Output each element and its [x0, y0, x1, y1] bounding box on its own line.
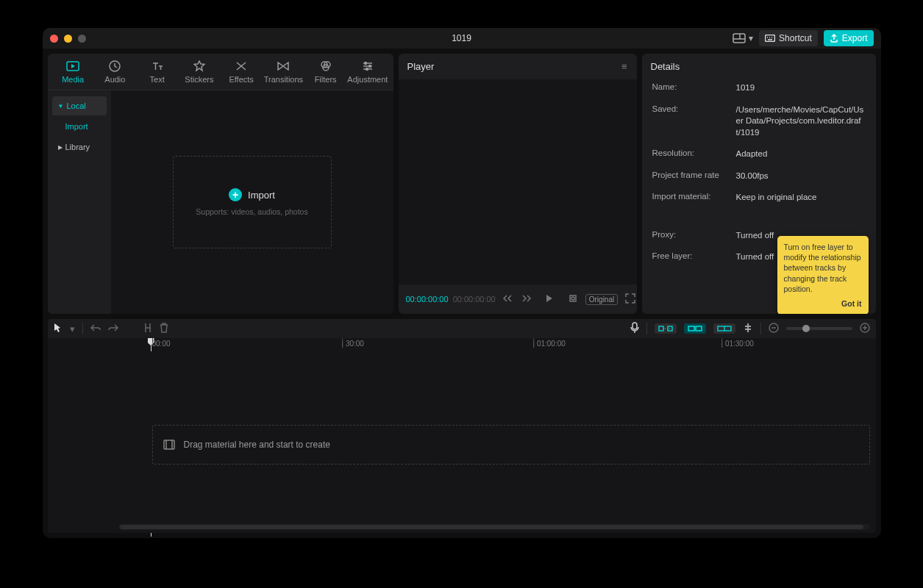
player-viewport[interactable]: [399, 79, 637, 284]
ruler-mark: 00:00: [152, 340, 171, 348]
sidebar-item-import[interactable]: Import: [52, 117, 107, 136]
redo-button[interactable]: [108, 323, 118, 334]
ruler-mark: | 01:00:00: [533, 340, 566, 348]
zoom-out-button[interactable]: [769, 323, 779, 335]
detail-label-freelayer: Free layer:: [652, 251, 736, 263]
layout-dropdown[interactable]: ▾: [733, 33, 753, 43]
import-dropzone[interactable]: + Import Supports: videos, audios, photo…: [173, 156, 332, 248]
detail-value-importmat: Keep in original place: [736, 192, 866, 204]
timecode-current: 00:00:00:00: [406, 295, 449, 304]
drop-hint: Drag material here and start to create: [184, 440, 330, 450]
clip-icon: [163, 440, 175, 450]
zoom-slider[interactable]: [786, 327, 852, 330]
fullscreen-button[interactable]: [622, 293, 636, 306]
timeline-ruler[interactable]: 00:00| 30:00| 01:00:00| 01:30:00: [48, 338, 876, 351]
player-menu-icon[interactable]: ≡: [621, 61, 628, 72]
zoom-in-button[interactable]: [860, 323, 870, 335]
tab-transitions[interactable]: Transitions: [263, 57, 304, 90]
detail-label-importmat: Import material:: [652, 192, 736, 204]
triangle-down-icon: ▼: [58, 103, 64, 110]
detail-label-resolution: Resolution:: [652, 148, 736, 160]
mic-button[interactable]: [630, 322, 639, 336]
app-window: 1019 ▾ Shortcut Export Media: [43, 28, 881, 538]
details-title: Details: [651, 61, 680, 72]
track-mode-3-button[interactable]: [713, 323, 735, 334]
detail-value-framerate: 30.00fps: [736, 171, 866, 182]
tab-text[interactable]: Text: [136, 57, 178, 90]
player-panel: Player ≡ 00:00:00:00 00:00:00:00: [399, 54, 637, 314]
window-controls: [50, 35, 86, 43]
svg-point-17: [368, 65, 371, 68]
effects-icon: [235, 60, 248, 73]
import-supports: Supports: videos, audios, photos: [196, 207, 307, 216]
adjustment-icon: [361, 60, 374, 73]
prev-frame-button[interactable]: [500, 294, 515, 304]
timeline-toolbar: ▾: [48, 319, 876, 338]
timeline-body[interactable]: Drag material here and start to create: [48, 351, 876, 533]
stickers-icon: [193, 60, 206, 73]
media-main: + Import Supports: videos, audios, photo…: [111, 90, 393, 314]
cursor-dropdown[interactable]: ▾: [70, 323, 75, 334]
project-title: 1019: [452, 33, 471, 43]
original-size-button[interactable]: Original: [585, 294, 618, 305]
detail-label-name: Name:: [652, 82, 736, 94]
tab-effects[interactable]: Effects: [221, 57, 263, 90]
export-label: Export: [842, 33, 868, 43]
detail-value-name: 1019: [736, 82, 866, 94]
svg-rect-21: [632, 323, 637, 329]
ruler-mark: | 01:30:00: [721, 340, 754, 348]
panels-row: Media Audio Text Stickers Effects: [43, 49, 881, 319]
svg-rect-33: [164, 440, 174, 449]
plus-icon: +: [229, 188, 242, 201]
next-frame-button[interactable]: [519, 294, 534, 304]
media-icon: [66, 60, 79, 73]
details-panel: Details Name:1019 Saved:/Users/merche/Mo…: [642, 54, 876, 314]
track-mode-2-button[interactable]: [684, 323, 706, 334]
svg-rect-19: [570, 295, 576, 301]
tab-media[interactable]: Media: [52, 57, 94, 90]
tab-adjustment[interactable]: Adjustment: [346, 57, 388, 90]
timeline-dropzone[interactable]: Drag material here and start to create: [152, 425, 870, 465]
shortcut-button[interactable]: Shortcut: [759, 30, 818, 46]
detail-label-saved: Saved:: [652, 104, 736, 139]
filters-icon: [319, 60, 332, 73]
crop-button[interactable]: [565, 293, 581, 306]
maximize-window-button[interactable]: [78, 35, 86, 43]
detail-label-framerate: Project frame rate: [652, 171, 736, 182]
tab-stickers[interactable]: Stickers: [178, 57, 220, 90]
media-tab-bar: Media Audio Text Stickers Effects: [48, 54, 393, 90]
shortcut-label: Shortcut: [779, 33, 812, 43]
chevron-down-icon: ▾: [749, 33, 753, 43]
svg-point-18: [366, 68, 368, 71]
transitions-icon: [277, 60, 290, 73]
detail-label-proxy: Proxy:: [652, 230, 736, 242]
cursor-tool-button[interactable]: [54, 323, 63, 335]
minimize-window-button[interactable]: [64, 35, 72, 43]
play-button[interactable]: [543, 294, 556, 305]
track-mode-1-button[interactable]: [655, 323, 677, 334]
delete-button[interactable]: [160, 323, 168, 335]
undo-button[interactable]: [90, 323, 101, 334]
svg-rect-25: [696, 326, 702, 331]
player-controls: 00:00:00:00 00:00:00:00 Original: [399, 284, 637, 314]
export-button[interactable]: Export: [824, 30, 874, 46]
media-sidebar: ▼Local Import ▶Library: [48, 90, 111, 314]
split-button[interactable]: [143, 323, 152, 335]
svg-rect-24: [688, 326, 694, 331]
sidebar-item-library[interactable]: ▶Library: [52, 137, 107, 157]
close-window-button[interactable]: [50, 35, 58, 43]
tab-filters[interactable]: Filters: [304, 57, 346, 90]
tooltip-text: Turn on free layer to modify the relatio…: [784, 242, 862, 294]
sidebar-item-local[interactable]: ▼Local: [52, 96, 107, 115]
triangle-right-icon: ▶: [58, 144, 63, 151]
magnet-button[interactable]: [743, 323, 753, 335]
text-icon: [151, 60, 164, 73]
layout-icon: [733, 33, 746, 43]
tab-audio[interactable]: Audio: [94, 57, 136, 90]
tooltip-gotit-button[interactable]: Got it: [784, 298, 862, 309]
timeline-scrollbar[interactable]: [118, 524, 870, 530]
titlebar: 1019 ▾ Shortcut Export: [43, 28, 881, 49]
svg-point-16: [364, 62, 366, 65]
svg-rect-3: [766, 35, 775, 42]
svg-rect-22: [659, 326, 663, 331]
